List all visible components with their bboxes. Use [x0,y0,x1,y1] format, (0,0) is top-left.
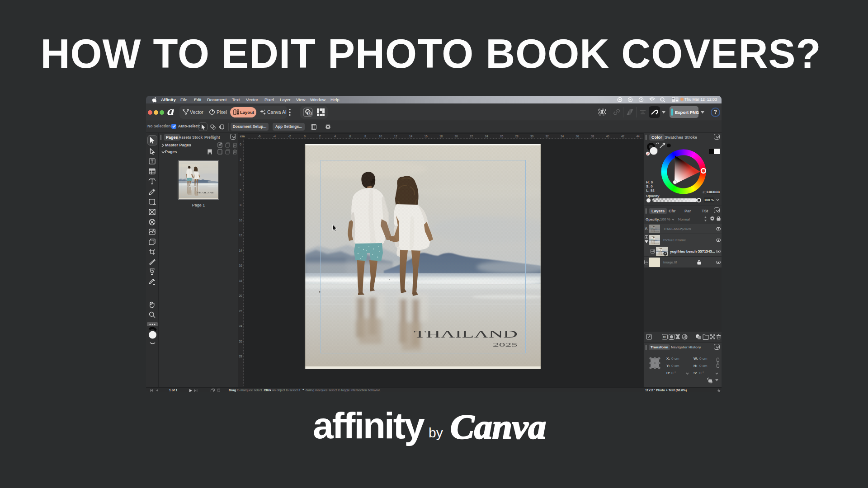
svg-text:28: 28 [515,135,519,138]
svg-text:26: 26 [500,135,504,138]
svg-text:-2: -2 [288,135,291,138]
svg-text:8: 8 [240,203,241,206]
svg-text:by: by [429,425,443,440]
svg-text:10: 10 [239,219,242,222]
svg-text:44: 44 [636,135,640,138]
svg-text:4: 4 [334,135,336,138]
svg-text:32: 32 [545,135,549,138]
svg-text:4: 4 [240,173,241,176]
svg-text:24: 24 [485,135,488,138]
svg-text:12: 12 [239,234,242,237]
svg-text:14: 14 [409,135,413,138]
svg-text:2: 2 [319,135,321,138]
svg-text:18: 18 [239,279,242,282]
svg-text:24: 24 [239,324,242,328]
svg-text:40: 40 [606,135,609,138]
svg-text:0: 0 [240,143,241,146]
svg-text:16: 16 [239,264,242,267]
svg-text:22: 22 [239,310,242,313]
svg-text:14: 14 [239,249,242,252]
svg-text:20: 20 [454,135,458,138]
svg-text:cm: cm [240,135,245,138]
svg-text:38: 38 [591,135,594,138]
svg-text:2: 2 [240,158,241,161]
svg-text:20: 20 [239,294,242,297]
svg-text:42: 42 [621,135,625,138]
svg-text:26: 26 [239,340,242,343]
svg-text:36: 36 [576,135,579,138]
svg-text:0: 0 [304,135,306,138]
svg-text:6: 6 [240,188,241,192]
svg-text:6: 6 [349,135,351,138]
svg-text:18: 18 [439,135,443,138]
svg-text:affinity: affinity [313,406,425,446]
svg-text:10: 10 [379,135,382,138]
svg-text:Canva: Canva [450,408,546,446]
svg-text:30: 30 [530,135,534,138]
svg-text:16: 16 [424,135,428,138]
svg-text:34: 34 [561,135,564,138]
svg-text:-4: -4 [273,135,276,138]
svg-text:12: 12 [394,135,397,138]
svg-text:8: 8 [364,135,366,138]
svg-text:-6: -6 [258,135,261,138]
svg-text:28: 28 [239,355,242,358]
svg-text:22: 22 [470,135,473,138]
svg-text:fx: fx [663,335,666,339]
svg-text:A: A [308,112,311,115]
